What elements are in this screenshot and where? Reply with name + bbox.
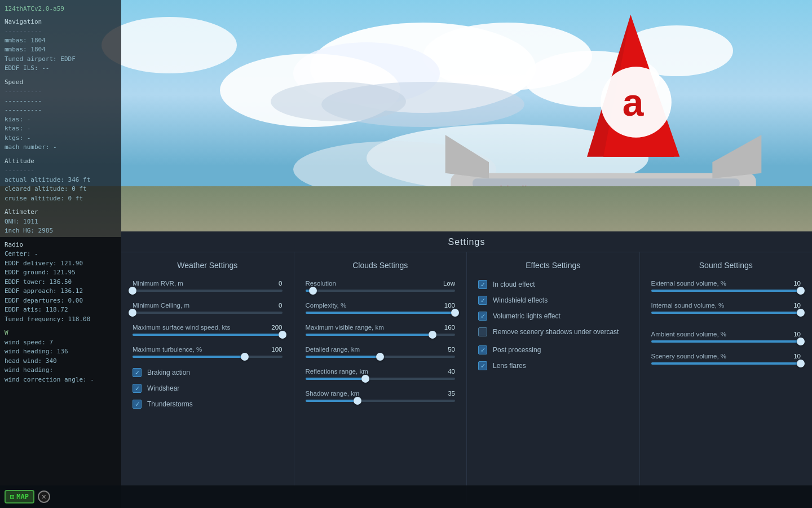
scenery-sound-track[interactable] bbox=[651, 362, 801, 365]
svg-text:a: a bbox=[623, 81, 645, 124]
lens-flares-label: Lens flares bbox=[493, 362, 526, 370]
wind-speed-slider-row: Maximum surface wind speed, kts 200 bbox=[133, 324, 283, 336]
detailed-range-value: 50 bbox=[448, 346, 455, 353]
altimeter-qnh: QNH: 1011 bbox=[5, 217, 117, 227]
windshear-row[interactable]: Windshear bbox=[133, 384, 283, 393]
map-button[interactable]: ⊞ MAP bbox=[5, 490, 34, 503]
thunderstorms-checkbox[interactable] bbox=[133, 400, 142, 409]
weather-column: Weather Settings Minimum RVR, m 0 Minimu… bbox=[121, 252, 294, 503]
ext-sound-track[interactable] bbox=[651, 290, 801, 292]
altimeter-title: Altimeter bbox=[5, 208, 117, 217]
radio-tower: EDDF tower: 136.50 bbox=[5, 278, 117, 287]
hud-nav-3: Tuned airport: EDDF bbox=[5, 55, 117, 64]
svg-point-5 bbox=[102, 17, 237, 73]
ceiling-track[interactable] bbox=[133, 312, 283, 314]
complexity-track[interactable] bbox=[306, 312, 456, 314]
visible-range-value: 160 bbox=[444, 324, 455, 331]
effects-column-title: Effects Settings bbox=[478, 261, 628, 270]
map-label: MAP bbox=[16, 493, 29, 501]
shadow-range-slider-row: Shadow range, km 35 bbox=[306, 390, 456, 402]
ext-sound-value: 10 bbox=[793, 280, 801, 287]
int-sound-value: 10 bbox=[793, 302, 801, 309]
turbulence-track[interactable] bbox=[133, 356, 283, 358]
wind-speed-value: 200 bbox=[271, 324, 282, 331]
volumetric-lights-row[interactable]: Volumetric lights effect bbox=[478, 312, 628, 321]
ambient-sound-value: 10 bbox=[793, 331, 801, 338]
sound-column-title: Sound Settings bbox=[651, 261, 801, 270]
rvr-value: 0 bbox=[279, 280, 282, 287]
altimeter-inHg: inch HG: 2985 bbox=[5, 226, 117, 236]
shadow-range-label: Shadow range, km bbox=[306, 390, 360, 397]
int-sound-track[interactable] bbox=[651, 312, 801, 314]
hud-nav-4: EDDF ILS: -- bbox=[5, 64, 117, 73]
ambient-sound-track[interactable] bbox=[651, 340, 801, 343]
remove-shadows-checkbox[interactable] bbox=[478, 327, 487, 336]
detailed-range-slider-row: Detailed range, km 50 bbox=[306, 346, 456, 358]
braking-action-checkbox[interactable] bbox=[133, 368, 142, 377]
alt-title: Altitude bbox=[5, 157, 117, 167]
in-cloud-effect-row[interactable]: In cloud effect bbox=[478, 280, 628, 289]
shadow-range-track[interactable] bbox=[306, 400, 456, 402]
settings-panel: Settings Weather Settings Minimum RVR, m… bbox=[121, 231, 812, 508]
visible-range-label: Maximum visible range, km bbox=[306, 324, 384, 331]
ambient-sound-label: Ambient sound volume, % bbox=[651, 331, 727, 338]
wind-speed-track[interactable] bbox=[133, 334, 283, 336]
wind-heading2: wind heading: bbox=[5, 366, 117, 375]
radio-tuned: Tuned frequency: 118.00 bbox=[5, 315, 117, 325]
map-icon: ⊞ bbox=[10, 493, 14, 501]
close-button[interactable]: × bbox=[38, 491, 50, 503]
lens-flares-row[interactable]: Lens flares bbox=[478, 361, 628, 370]
radio-approach: EDDF approach: 136.12 bbox=[5, 287, 117, 296]
post-processing-row[interactable]: Post processing bbox=[478, 345, 628, 354]
resolution-track[interactable] bbox=[306, 290, 456, 292]
detailed-range-label: Detailed range, km bbox=[306, 346, 360, 353]
int-sound-slider-row: Internal sound volume, % 10 bbox=[651, 302, 801, 314]
rvr-slider-row: Minimum RVR, m 0 bbox=[133, 280, 283, 292]
hud-nav-2: mmbas: 1804 bbox=[5, 45, 117, 55]
ext-sound-label: External sound volume, % bbox=[651, 280, 727, 287]
effects-column: Effects Settings In cloud effect Windshi… bbox=[467, 252, 640, 503]
windshield-effects-checkbox[interactable] bbox=[478, 296, 487, 305]
complexity-label: Complexity, % bbox=[306, 302, 347, 309]
braking-action-label: Braking action bbox=[147, 369, 190, 376]
in-cloud-effect-checkbox[interactable] bbox=[478, 280, 487, 289]
remove-shadows-label: Remove scenery shadows under overcast bbox=[493, 328, 619, 336]
detailed-range-track[interactable] bbox=[306, 356, 456, 358]
turbulence-value: 100 bbox=[271, 346, 282, 353]
windshield-effects-row[interactable]: Windshield effects bbox=[478, 296, 628, 305]
speed-ktgs: ktgs: - bbox=[5, 134, 117, 143]
windshear-checkbox[interactable] bbox=[133, 384, 142, 393]
ext-sound-slider-row: External sound volume, % 10 bbox=[651, 280, 801, 292]
volumetric-lights-checkbox[interactable] bbox=[478, 312, 487, 321]
rvr-label: Minimum RVR, m bbox=[133, 280, 183, 287]
ceiling-slider-row: Minimum Ceiling, m 0 bbox=[133, 302, 283, 314]
reflections-range-label: Reflections range, km bbox=[306, 368, 368, 375]
remove-shadows-row[interactable]: Remove scenery shadows under overcast bbox=[478, 327, 628, 336]
radio-center: Center: - bbox=[5, 249, 117, 259]
svg-point-8 bbox=[271, 82, 406, 121]
radio-atis: EDDF atis: 118.72 bbox=[5, 305, 117, 315]
ceiling-value: 0 bbox=[279, 302, 282, 309]
wind-correction: wind correction angle: - bbox=[5, 375, 117, 385]
visible-range-slider-row: Maximum visible range, km 160 bbox=[306, 324, 456, 336]
thunderstorms-row[interactable]: Thunderstorms bbox=[133, 400, 283, 409]
windshear-label: Windshear bbox=[147, 384, 179, 392]
resolution-slider-row: Resolution Low bbox=[306, 280, 456, 292]
speed-2: ---------- bbox=[5, 106, 117, 115]
post-processing-checkbox[interactable] bbox=[478, 345, 487, 354]
speed-title: Speed bbox=[5, 78, 117, 87]
lens-flares-checkbox[interactable] bbox=[478, 361, 487, 370]
nav-title: Navigation bbox=[5, 17, 117, 27]
reflections-range-track[interactable] bbox=[306, 378, 456, 380]
in-cloud-effect-label: In cloud effect bbox=[493, 281, 535, 288]
radio-delivery: EDDF delivery: 121.90 bbox=[5, 259, 117, 269]
rvr-track[interactable] bbox=[133, 290, 283, 292]
braking-action-row[interactable]: Braking action bbox=[133, 368, 283, 377]
turbulence-label: Maximum turbulence, % bbox=[133, 346, 202, 353]
resolution-label: Resolution bbox=[306, 280, 336, 287]
reflections-range-value: 40 bbox=[448, 368, 455, 375]
ceiling-label: Minimum Ceiling, m bbox=[133, 302, 189, 309]
complexity-slider-row: Complexity, % 100 bbox=[306, 302, 456, 314]
head-wind: head wind: 340 bbox=[5, 357, 117, 366]
visible-range-track[interactable] bbox=[306, 334, 456, 336]
